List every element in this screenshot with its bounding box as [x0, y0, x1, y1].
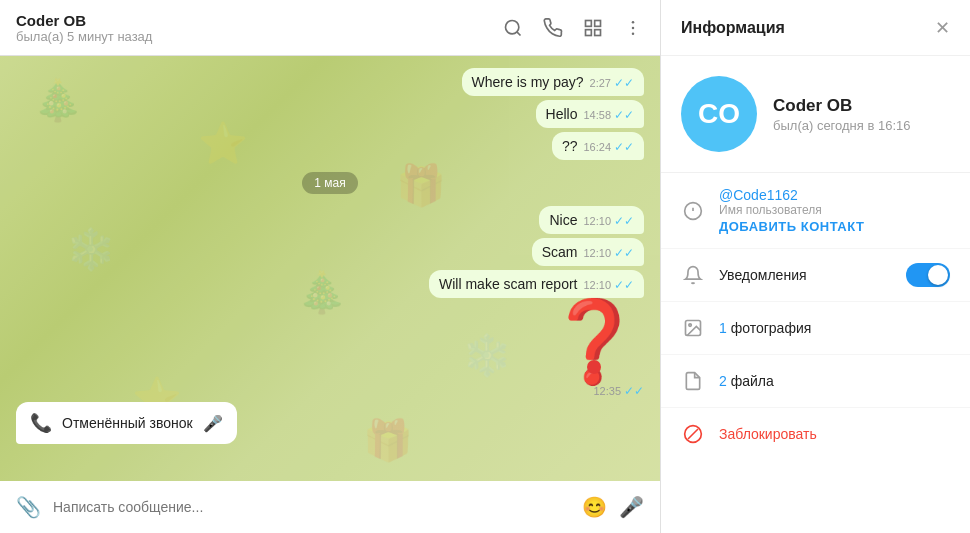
bell-icon [681, 263, 705, 287]
profile-name: Coder OB [773, 96, 910, 116]
app-container: Coder OB была(а) 5 минут назад [0, 0, 970, 533]
sticker-dot [587, 360, 601, 374]
profile-info: Coder OB был(а) сегодня в 16:16 [773, 96, 910, 133]
info-header: Информация ✕ [661, 0, 970, 56]
attachment-icon[interactable]: 📎 [16, 495, 41, 519]
svg-point-7 [632, 32, 635, 35]
message-bubble: Nice 12:10 ✓✓ [539, 206, 644, 234]
read-icon: ✓✓ [614, 76, 634, 90]
bubble-meta: 14:58 ✓✓ [583, 108, 634, 122]
message-row: 📞 Отменённый звонок 🎤 [16, 402, 644, 444]
notifications-toggle[interactable] [906, 263, 950, 287]
bubble-meta: 12:10 ✓✓ [583, 214, 634, 228]
bubble-meta: 2:27 ✓✓ [590, 76, 634, 90]
message-input[interactable] [53, 499, 570, 515]
bubble-text: ?? [562, 138, 578, 154]
notifications-label: Уведомления [719, 267, 892, 283]
message-row: Nice 12:10 ✓✓ [16, 206, 644, 234]
date-badge: 1 мая [302, 172, 357, 194]
bubble-text: Where is my pay? [472, 74, 584, 90]
phone-icon[interactable] [542, 17, 564, 39]
block-row[interactable]: Заблокировать [661, 408, 970, 460]
bubble-text: Scam [542, 244, 578, 260]
close-icon[interactable]: ✕ [935, 17, 950, 39]
bubble-time: 12:10 [583, 279, 611, 291]
read-icon: ✓✓ [614, 140, 634, 154]
bubble-meta: 12:10 ✓✓ [583, 278, 634, 292]
read-icon: ✓✓ [614, 108, 634, 122]
files-count-number: 2 [719, 373, 727, 389]
svg-rect-3 [595, 29, 601, 35]
svg-rect-4 [586, 29, 592, 35]
message-bubble: Will make scam report 12:10 ✓✓ [429, 270, 644, 298]
photos-row[interactable]: 1 фотография [661, 302, 970, 355]
info-rows: @Code1162 Имя пользователя ДОБАВИТЬ КОНТ… [661, 173, 970, 460]
chat-status: была(а) 5 минут назад [16, 29, 502, 44]
files-row[interactable]: 2 файла [661, 355, 970, 408]
photos-count-number: 1 [719, 320, 727, 336]
messages-area: Where is my pay? 2:27 ✓✓ Hello [0, 56, 660, 456]
block-icon [681, 422, 705, 446]
svg-point-12 [689, 324, 692, 327]
message-bubble: Where is my pay? 2:27 ✓✓ [462, 68, 644, 96]
toggle-knob [928, 265, 948, 285]
bubble-time: 2:27 [590, 77, 611, 89]
svg-point-0 [506, 20, 519, 33]
message-row: Hello 14:58 ✓✓ [16, 100, 644, 128]
chat-header-actions [502, 17, 644, 39]
bubble-text: Hello [546, 106, 578, 122]
microphone-icon: 🎤 [203, 414, 223, 433]
info-panel: Информация ✕ CO Coder OB был(а) сегодня … [660, 0, 970, 533]
read-icon: ✓✓ [624, 384, 644, 398]
message-bubble: Scam 12:10 ✓✓ [532, 238, 644, 266]
photos-count: 1 фотография [719, 320, 811, 336]
username-row: @Code1162 Имя пользователя ДОБАВИТЬ КОНТ… [661, 173, 970, 249]
message-row: Scam 12:10 ✓✓ [16, 238, 644, 266]
date-divider: 1 мая [16, 172, 644, 194]
chat-name: Coder OB [16, 12, 502, 29]
files-count: 2 файла [719, 373, 774, 389]
bubble-content: Where is my pay? 2:27 ✓✓ [472, 74, 634, 90]
read-icon: ✓✓ [614, 214, 634, 228]
more-icon[interactable] [622, 17, 644, 39]
username-content: @Code1162 Имя пользователя ДОБАВИТЬ КОНТ… [719, 187, 950, 234]
add-contact-button[interactable]: ДОБАВИТЬ КОНТАКТ [719, 219, 950, 234]
message-row: ?? 16:24 ✓✓ [16, 132, 644, 160]
read-icon: ✓✓ [614, 278, 634, 292]
svg-point-6 [632, 26, 635, 29]
bubble-text: Nice [549, 212, 577, 228]
bubble-content: Hello 14:58 ✓✓ [546, 106, 634, 122]
missed-call-icon: 📞 [30, 412, 52, 434]
mic-icon[interactable]: 🎤 [619, 495, 644, 519]
message-row: Where is my pay? 2:27 ✓✓ [16, 68, 644, 96]
emoji-icon[interactable]: 😊 [582, 495, 607, 519]
bubble-meta: 12:10 ✓✓ [583, 246, 634, 260]
profile-section: CO Coder OB был(а) сегодня в 16:16 [661, 56, 970, 173]
chat-header: Coder OB была(а) 5 минут назад [0, 0, 660, 56]
svg-point-5 [632, 20, 635, 23]
bubble-content: Will make scam report 12:10 ✓✓ [439, 276, 634, 292]
messages-scroll: 🎄 ⭐ 🎁 ❄️ 🎄 ❄️ ⭐ 🎁 Where is my pay? 2:2 [0, 56, 660, 481]
bubble-time: 16:24 [583, 141, 611, 153]
avatar: CO [681, 76, 757, 152]
bubble-meta: 16:24 ✓✓ [583, 140, 634, 154]
chat-area: Coder OB была(а) 5 минут назад [0, 0, 660, 533]
photo-icon [681, 316, 705, 340]
block-label: Заблокировать [719, 426, 817, 442]
bubble-time: 14:58 [583, 109, 611, 121]
chat-header-info: Coder OB была(а) 5 минут назад [16, 12, 502, 44]
message-bubble: ?? 16:24 ✓✓ [552, 132, 644, 160]
bubble-time: 12:10 [583, 215, 611, 227]
search-icon[interactable] [502, 17, 524, 39]
info-title: Информация [681, 19, 785, 37]
bubble-content: Nice 12:10 ✓✓ [549, 212, 634, 228]
layout-icon[interactable] [582, 17, 604, 39]
bubble-content: Scam 12:10 ✓✓ [542, 244, 634, 260]
chat-input-bar: 📎 😊 🎤 [0, 481, 660, 533]
info-icon [681, 199, 705, 223]
bubble-content: ?? 16:24 ✓✓ [562, 138, 634, 154]
read-icon: ✓✓ [614, 246, 634, 260]
bubble-text: Will make scam report [439, 276, 577, 292]
message-row: Will make scam report 12:10 ✓✓ [16, 270, 644, 298]
bubble-time: 12:35 [593, 385, 621, 397]
